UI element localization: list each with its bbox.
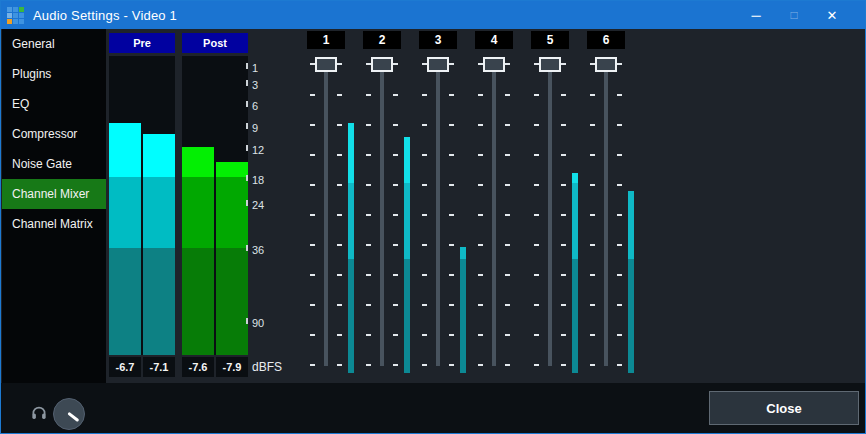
channel-3-tick-l1 [422,94,427,96]
scale-label-90: 90 [252,317,264,329]
channel-4-tick-l9 [478,334,483,336]
channel-5-tick-l7 [534,274,539,276]
pre-readout-1: -7.1 [143,357,175,377]
channel-1-tick-r1 [337,94,342,96]
channel-1-slider-thumb[interactable] [315,57,337,72]
channel-1-tick-l9 [310,334,315,336]
channel-6-tick-r6 [617,244,622,246]
dbfs-label: dBFS [252,357,282,377]
channel-1-tick-r3 [337,154,342,156]
channel-1-tick-l7 [310,274,315,276]
channel-6-tick-r8 [617,304,622,306]
scale-label-1: 1 [252,62,258,74]
channel-2-meter-seg2 [404,259,410,373]
channel-2-tick-r3 [393,154,398,156]
scale-tick-90 [246,318,248,324]
channel-2-slider-track[interactable] [380,64,384,366]
channel-2-tick-r9 [393,334,398,336]
scale-tick-24 [246,200,248,206]
channel-5-tick-r2 [561,124,566,126]
channel-2-meter-seg0 [404,137,410,183]
scale-label-24: 24 [252,199,264,211]
channel-2-tick-l2 [366,124,371,126]
channel-4-tick-r1 [505,94,510,96]
channel-2-tick-r5 [393,214,398,216]
channel-5-meter-seg1 [572,183,578,259]
scale-tick-6 [246,101,248,107]
channel-2-tick-l1 [366,94,371,96]
close-button[interactable]: Close [709,391,859,425]
headphone-volume-knob[interactable] [53,398,85,430]
channel-5-tick-l1 [534,94,539,96]
scale-tick-36 [246,245,248,251]
channel-4-slider-thumb[interactable] [483,57,505,72]
scale-tick-12 [246,145,248,151]
channel-3-slider-thumb[interactable] [427,57,449,72]
post-button[interactable]: Post [182,33,248,53]
channel-4-slider-track[interactable] [492,64,496,366]
channel-3-tick-r7 [449,274,454,276]
channel-6-slider-thumb[interactable] [595,57,617,72]
channel-6-tick-l4 [590,184,595,186]
channel-3-tick-l9 [422,334,427,336]
channel-3-tick-r0 [449,63,454,65]
channel-6-tick-l9 [590,334,595,336]
channel-4-tick-l1 [478,94,483,96]
channel-1-slider-track[interactable] [324,64,328,366]
channel-1-header: 1 [307,31,345,49]
post-meter-0-seg0 [182,147,214,177]
channel-5-tick-r3 [561,154,566,156]
channel-1-meter-seg2 [348,259,354,373]
channel-1-tick-l1 [310,94,315,96]
channel-5-tick-r7 [561,274,566,276]
channel-6-tick-l3 [590,154,595,156]
channel-4-tick-l8 [478,304,483,306]
channel-4-tick-l4 [478,184,483,186]
pre-readout-0: -6.7 [109,357,141,377]
pre-button[interactable]: Pre [109,33,175,53]
channel-3-tick-l2 [422,124,427,126]
channel-2-tick-r2 [393,124,398,126]
channel-3-slider-track[interactable] [436,64,440,366]
channel-5-slider-thumb[interactable] [539,57,561,72]
channel-6-slider-track[interactable] [604,64,608,366]
channel-2-tick-l5 [366,214,371,216]
channel-2-tick-r8 [393,304,398,306]
channel-5-slider-track[interactable] [548,64,552,366]
channel-3-meter-seg1 [460,247,466,259]
channel-4-tick-l7 [478,274,483,276]
channel-1-tick-r4 [337,184,342,186]
channel-4-tick-r5 [505,214,510,216]
channel-2-tick-l7 [366,274,371,276]
scale-label-12: 12 [252,144,264,156]
scale-label-9: 9 [252,122,258,134]
channel-6-tick-l5 [590,214,595,216]
scale-tick-1 [246,63,248,69]
channel-6-tick-r0 [617,63,622,65]
channel-2-slider-thumb[interactable] [371,57,393,72]
channel-6-meter-seg2 [628,259,634,373]
channel-4-tick-r7 [505,274,510,276]
channel-2-tick-l10 [366,364,371,366]
channel-4-tick-r8 [505,304,510,306]
scale-tick-3 [246,80,248,86]
channel-4-tick-l10 [478,364,483,366]
audio-settings-window: Audio Settings - Video 1 ─ □ ✕ GeneralPl… [0,0,866,434]
headphones-icon [30,404,48,421]
channel-5-tick-l10 [534,364,539,366]
channel-6-tick-l7 [590,274,595,276]
channel-5-tick-l4 [534,184,539,186]
channel-1-tick-r0 [337,63,342,65]
pre-meter-0-seg2 [109,248,141,355]
channel-5-meter-seg2 [572,259,578,373]
channel-1-tick-r7 [337,274,342,276]
channel-2-tick-r1 [393,94,398,96]
channel-6-tick-l2 [590,124,595,126]
channel-4-tick-r10 [505,364,510,366]
channel-1-tick-r6 [337,244,342,246]
post-meter-1-seg1 [216,177,248,248]
channel-3-tick-l5 [422,214,427,216]
channel-3-tick-r2 [449,124,454,126]
channel-6-meter-seg1 [628,191,634,259]
pre-meter-0-seg0 [109,123,141,177]
